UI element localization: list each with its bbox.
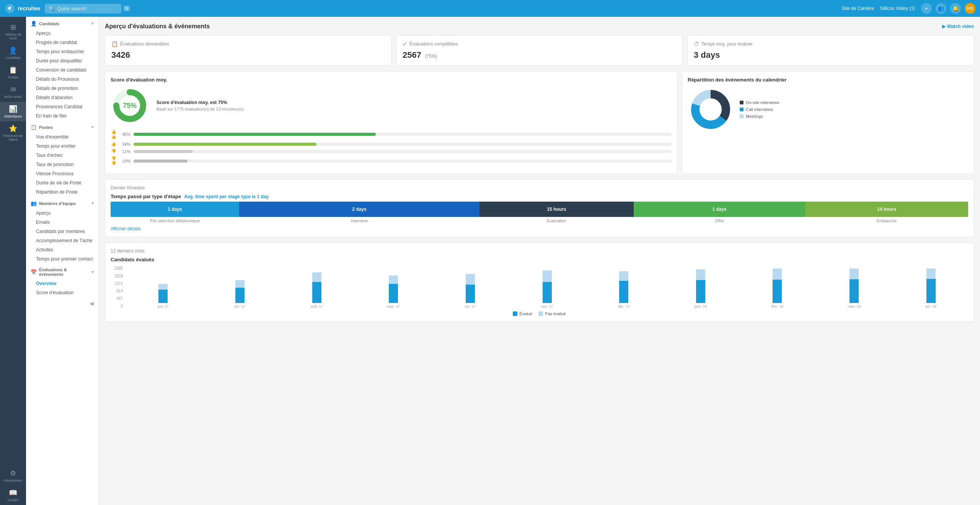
nav-link-score-eval[interactable]: Score d'évaluation (26, 288, 98, 297)
evaluated-dot (513, 311, 517, 316)
rating-bar-bg-3 (134, 160, 672, 163)
nav-link-details-processus[interactable]: Détails du Processus (26, 75, 98, 84)
bar-month-label: juin '17 (158, 305, 168, 308)
bar-group: oct. '17 (433, 269, 508, 308)
page-title: Aperçu d'évaluations & événements ▶ Watc… (105, 23, 974, 30)
main-layout: ⊞ Tableau de bord 👤 Candidats 📋 Postes ✉… (0, 17, 980, 505)
bar-group: nov. '17 (510, 269, 584, 308)
bar-evaluated (619, 281, 628, 303)
calendar-donut-svg (688, 86, 734, 132)
stage-label-embauche: Embauche (805, 218, 968, 223)
bar-month-label: août '17 (311, 305, 323, 308)
nav-link-vitesse[interactable]: Vitesse Processus (26, 169, 98, 178)
rating-bars: 👍👍 45% 👍 34% 👎 (111, 129, 672, 166)
guides-icon: 📖 (9, 489, 17, 497)
rating-bar-bg-1 (134, 143, 672, 146)
nav-section-postes: 📋 Postes ▾ Vue d'ensemble Temps pour enr… (26, 121, 98, 197)
sidebar-item-candidats[interactable]: 👤 Candidats (0, 43, 26, 63)
nav-link-activites[interactable]: Activités (26, 245, 98, 254)
collapse-icon[interactable]: ◀ (90, 300, 94, 306)
bar-month-label: sept. '17 (387, 305, 400, 308)
bar-month-label: oct. '17 (465, 305, 476, 308)
bar-group: mars '18 (817, 269, 892, 308)
sidebar-item-postes[interactable]: 📋 Postes (0, 63, 26, 82)
candidats-toggle[interactable]: ▾ (91, 21, 94, 26)
parametres-icon: ⚙ (10, 469, 16, 477)
bar-evaluated (389, 284, 398, 303)
membres-toggle[interactable]: ▾ (91, 201, 94, 206)
nav-icons: + 👥 🔔 FG (921, 3, 975, 14)
team-button[interactable]: 👥 (936, 3, 946, 14)
sidebar-item-statistiques[interactable]: 📊 Statistiques (0, 102, 26, 121)
postes-toggle[interactable]: ▾ (91, 125, 94, 130)
nav-link-temps-embaucher[interactable]: Temps pour embaucher (26, 47, 98, 56)
sidebar-item-guides[interactable]: 📖 Guides (0, 485, 26, 505)
calendar-title: Répartition des événements du calendrier (688, 77, 968, 83)
nav-section-evaluations: 📅 Évaluations & événements ▾ Overview Sc… (26, 264, 98, 297)
sidebar-item-boite-email[interactable]: ✉ Boîte email (0, 82, 26, 102)
nav-link-premier-contact[interactable]: Temps pour premier contact (26, 254, 98, 264)
sidebar-item-parametres[interactable]: ⚙ Paramètres (0, 466, 26, 485)
nav-link-cand-membres[interactable]: Candidats par membres (26, 227, 98, 236)
legend-call: Call interviews (740, 107, 779, 112)
bar-evaluated (158, 290, 168, 303)
sidebar-item-tableau-de-bord[interactable]: ⊞ Tableau de bord (0, 20, 26, 43)
nav-menu: 👤 Candidats ▾ Aperçu Progrès de candidat… (26, 17, 99, 505)
search-input[interactable] (57, 6, 121, 11)
completees-value: 2567 (403, 50, 421, 60)
sidebar-item-reserves[interactable]: ⭐ Réserves de Talent (0, 121, 26, 145)
bar-month-label: mars '18 (848, 305, 861, 308)
onsite-dot (740, 101, 744, 104)
nav-link-accomplissement[interactable]: Accomplissement de Tâche (26, 236, 98, 245)
bar-stack (389, 269, 398, 303)
time-header: Temps passé par type d'étape Avg. time s… (111, 194, 968, 199)
sidebar-item-label: Guides (8, 498, 19, 502)
bar-not-evaluated (773, 269, 782, 280)
nav-link-repartition-poste[interactable]: Répartition de Poste (26, 187, 98, 197)
tableau-de-bord-icon: ⊞ (10, 23, 16, 31)
not-evaluated-dot (538, 311, 543, 316)
bar-evaluated (926, 279, 936, 303)
nav-link-duree-poste[interactable]: Durée de vie de Poste (26, 178, 98, 187)
evaluations-toggle[interactable]: ▾ (91, 270, 94, 275)
bar-not-evaluated (850, 269, 859, 279)
search-bar[interactable]: 🔍 5 (45, 4, 121, 13)
completees-badge: (75%) (425, 54, 437, 59)
boite-email-icon: ✉ (10, 85, 16, 94)
nav-link-provenances[interactable]: Provenances Candidat (26, 102, 98, 111)
candidats-icon: 👤 (9, 46, 17, 55)
search-icon: 🔍 (49, 6, 55, 11)
bar-month-label: déc. '17 (618, 305, 630, 308)
bars-area: juin '17juil. '17août '17sept. '17oct. '… (126, 266, 968, 308)
add-button[interactable]: + (921, 3, 932, 14)
nav-link-taux-promotion[interactable]: Taux de promotion (26, 160, 98, 169)
calendar-chart: On-site interviews Call interviews Meeti… (688, 86, 968, 132)
watch-video-button[interactable]: ▶ Watch video (942, 24, 974, 29)
sidebar-item-label: Tableau de bord (2, 33, 24, 40)
nav-link-apercu-cand[interactable]: Aperçu (26, 29, 98, 38)
candidats-section-icon: 👤 (31, 21, 37, 26)
score-chart-card: Score d'évaluation moy. 75% Score d'éval… (105, 71, 677, 174)
nav-link-vue-ensemble[interactable]: Vue d'ensemble (26, 132, 98, 142)
thumb-up-up-icon: 👍👍 (111, 129, 117, 139)
nav-link-details-abandon[interactable]: Détails d'abandon (26, 93, 98, 102)
nav-link-progres[interactable]: Progrès de candidat (26, 38, 98, 47)
avatar-button[interactable]: FG (965, 3, 975, 14)
nav-link-apercu-membres[interactable]: Aperçu (26, 209, 98, 218)
bar-month-label: janv. '18 (695, 305, 707, 308)
legend-meetings: Meetings (740, 114, 779, 119)
nav-link-temps-enroler[interactable]: Temps pour enrôler (26, 142, 98, 151)
nav-link-details-promotion[interactable]: Détails de promotion (26, 84, 98, 93)
nav-link-taux-echec[interactable]: Taux d'échec (26, 151, 98, 160)
nav-link-duree-disqualifier[interactable]: Durée pour disqualifier (26, 56, 98, 65)
nav-link-emails[interactable]: Emails (26, 218, 98, 227)
bar-legend: Évalué Pas évalué (111, 311, 968, 316)
bar-group: févr. '18 (740, 269, 815, 308)
nav-link-filer[interactable]: En train de filer (26, 111, 98, 121)
logo-text: recruitee (18, 5, 40, 11)
afficher-details-button[interactable]: Afficher détails (111, 226, 968, 231)
evaluations-section-icon: 📅 (31, 269, 37, 275)
notification-button[interactable]: 🔔 (950, 3, 961, 14)
nav-link-conversion[interactable]: Conversion de candidats (26, 65, 98, 75)
nav-link-overview[interactable]: Overview (26, 279, 98, 288)
